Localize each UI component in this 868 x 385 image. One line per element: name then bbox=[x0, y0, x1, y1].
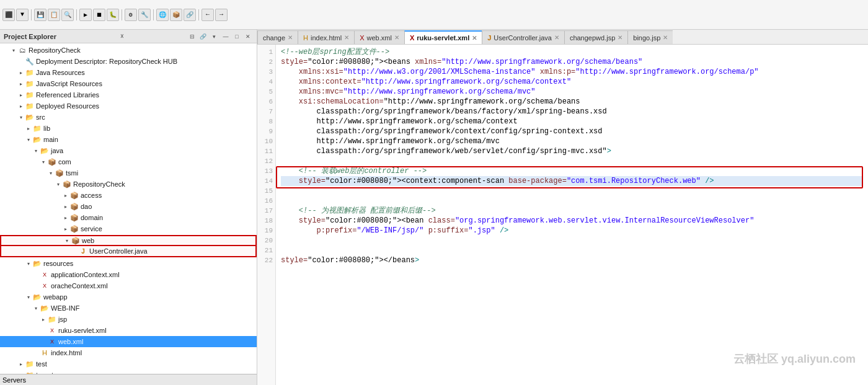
tree-item-java[interactable]: ▾ 📂 java bbox=[0, 145, 257, 156]
tree-item-indexhtml[interactable]: H index.html bbox=[0, 347, 257, 358]
tab-indexhtml[interactable]: H index.html ✕ bbox=[298, 30, 354, 44]
tree-item-web[interactable]: ▾ 📦 web bbox=[0, 235, 257, 246]
collapse-all-btn[interactable]: ⊟ bbox=[187, 32, 197, 42]
toolbar-btn-7[interactable]: ⏹ bbox=[93, 9, 105, 21]
folder-icon: 📂 bbox=[32, 292, 42, 302]
tree-arrow: ▾ bbox=[10, 46, 17, 54]
toolbar-btn-10[interactable]: 🔧 bbox=[138, 9, 151, 21]
folder-icon: 📁 bbox=[25, 79, 35, 89]
tab-label: ruku-servlet.xml bbox=[417, 34, 469, 42]
tab-close-btn[interactable]: ✕ bbox=[394, 34, 399, 41]
tree-item-tsmi[interactable]: ▾ 📦 tsmi bbox=[0, 167, 257, 179]
tree-item-deployment-desc[interactable]: 🔧 Deployment Descriptor: RepositoryCheck… bbox=[0, 56, 257, 67]
tab-close-btn[interactable]: ✕ bbox=[344, 34, 349, 41]
toolbar-btn-9[interactable]: ⚙ bbox=[125, 9, 137, 21]
tab-change[interactable]: change ✕ bbox=[257, 30, 298, 44]
tree-label: RepositoryCheck bbox=[29, 46, 81, 54]
tab-icon: J bbox=[487, 34, 491, 42]
tree-item-service[interactable]: ▸ 📦 service bbox=[0, 223, 257, 234]
tree-item-deployed-resources[interactable]: ▸ 📁 Deployed Resources bbox=[0, 100, 257, 112]
code-line-22: style="color:#008080;"></beans> bbox=[281, 255, 863, 265]
folder-icon: 📁 bbox=[25, 90, 35, 100]
tree-item-referenced-libraries[interactable]: ▸ 📁 Referenced Libraries bbox=[0, 89, 257, 100]
tab-label: changepwd.jsp bbox=[570, 34, 615, 42]
tree-item-appcontext[interactable]: X applicationContext.xml bbox=[0, 269, 257, 280]
line-numbers: 12345678910111213141516171819202122 bbox=[257, 45, 276, 385]
tree-arrow: ▾ bbox=[25, 293, 32, 301]
tree-item-webxml[interactable]: X web.xml bbox=[0, 336, 257, 347]
close-view-btn[interactable]: ✕ bbox=[243, 32, 253, 42]
tree-item-access[interactable]: ▸ 📦 access bbox=[0, 190, 257, 201]
tree-item-usercontroller[interactable]: J UserController.java bbox=[0, 246, 257, 257]
folder-icon: 📁 bbox=[32, 123, 42, 133]
tree-item-target[interactable]: ▸ 📁 target bbox=[0, 370, 257, 374]
tree-item-repositorycheck[interactable]: ▾ 🗂 RepositoryCheck bbox=[0, 45, 257, 56]
tree-item-domain[interactable]: ▸ 📦 domain bbox=[0, 212, 257, 223]
toolbar-btn-11[interactable]: 🌐 bbox=[156, 9, 169, 21]
editor-tab-bar: change ✕ H index.html ✕ X web.xml ✕ X ru… bbox=[257, 30, 868, 45]
toolbar-btn-12[interactable]: 📦 bbox=[170, 9, 182, 21]
tab-close-btn[interactable]: ✕ bbox=[554, 34, 559, 41]
tree-item-com[interactable]: ▾ 📦 com bbox=[0, 156, 257, 167]
tree-label: jsp bbox=[58, 316, 67, 323]
minimize-btn[interactable]: — bbox=[221, 32, 231, 42]
tab-label: UserController.java bbox=[494, 34, 552, 42]
code-line-13: <!-- 装载web层的controller --> bbox=[281, 166, 863, 176]
tree-item-ruku-servlet[interactable]: X ruku-servlet.xml bbox=[0, 325, 257, 336]
tree-item-test[interactable]: ▸ 📁 test bbox=[0, 358, 257, 370]
tree-item-lib[interactable]: ▸ 📁 lib bbox=[0, 123, 257, 134]
toolbar-btn-4[interactable]: 📋 bbox=[48, 9, 60, 21]
tab-changepwd-jsp[interactable]: changepwd.jsp ✕ bbox=[564, 30, 627, 44]
code-line-11: classpath:/org/springframework/web/servl… bbox=[281, 146, 863, 156]
tree-item-repositorycheck-pkg[interactable]: ▾ 📦 RepositoryCheck bbox=[0, 179, 257, 190]
package-icon: 📦 bbox=[69, 213, 79, 223]
tree-label: test bbox=[36, 360, 47, 368]
tree-item-main[interactable]: ▾ 📂 main bbox=[0, 134, 257, 145]
maximize-btn[interactable]: □ bbox=[232, 32, 242, 42]
tree-label: Deployed Resources bbox=[36, 102, 99, 110]
tree-item-js-resources[interactable]: ▸ 📁 JavaScript Resources bbox=[0, 78, 257, 89]
editor-panel: change ✕ H index.html ✕ X web.xml ✕ X ru… bbox=[257, 30, 868, 385]
tab-bingo-jsp[interactable]: bingo.jsp ✕ bbox=[627, 30, 673, 44]
tab-ruku-servlet-xml[interactable]: X ruku-servlet.xml ✕ bbox=[404, 30, 482, 44]
tree-item-webinf[interactable]: ▾ 📂 WEB-INF bbox=[0, 303, 257, 314]
toolbar-btn-13[interactable]: 🔗 bbox=[184, 9, 196, 21]
tree-label: Java Resources bbox=[36, 69, 85, 76]
toolbar-btn-8[interactable]: 🐛 bbox=[107, 9, 119, 21]
toolbar-btn-15[interactable]: → bbox=[215, 9, 228, 21]
toolbar-btn-6[interactable]: ▶ bbox=[79, 9, 92, 21]
toolbar-btn-3[interactable]: 💾 bbox=[34, 9, 46, 21]
code-content[interactable]: <!--web层spring配置文件-->style="color:#00808… bbox=[276, 45, 868, 385]
toolbar-btn-14[interactable]: ← bbox=[202, 9, 214, 21]
tree-label: oracheContext.xml bbox=[51, 282, 108, 290]
tree-item-dao[interactable]: ▸ 📦 dao bbox=[0, 201, 257, 212]
tab-close-btn[interactable]: ✕ bbox=[618, 34, 622, 41]
folder-icon: 📁 bbox=[47, 314, 57, 324]
tree-item-resources[interactable]: ▾ 📂 resources bbox=[0, 258, 257, 269]
toolbar-btn-2[interactable]: ▼ bbox=[16, 9, 29, 21]
tree-item-jsp[interactable]: ▸ 📁 jsp bbox=[0, 314, 257, 325]
package-icon: 📦 bbox=[69, 224, 79, 234]
link-with-editor-btn[interactable]: 🔗 bbox=[198, 32, 208, 42]
toolbar-sep-2 bbox=[76, 9, 77, 20]
toolbar-btn-5[interactable]: 🔍 bbox=[61, 9, 74, 21]
tree-label: applicationContext.xml bbox=[51, 271, 120, 278]
tab-usercontroller[interactable]: J UserController.java ✕ bbox=[482, 30, 564, 44]
tab-close-btn[interactable]: ✕ bbox=[472, 35, 477, 42]
tab-close-btn[interactable]: ✕ bbox=[663, 34, 668, 41]
tab-label: web.xml bbox=[367, 34, 392, 42]
tab-webxml[interactable]: X web.xml ✕ bbox=[354, 30, 404, 44]
toolbar-btn-1[interactable]: ⬛ bbox=[2, 9, 15, 21]
tree-arrow bbox=[32, 271, 40, 278]
tree-item-oraclecontext[interactable]: X oracheContext.xml bbox=[0, 280, 257, 291]
tree-arrow bbox=[71, 247, 78, 255]
code-line-17: <!-- 为视图解析器 配置前缀和后缀--> bbox=[281, 206, 863, 216]
tree-item-webapp[interactable]: ▾ 📂 webapp bbox=[0, 291, 257, 303]
tree-label: UserController.java bbox=[89, 247, 148, 255]
tree-item-java-resources[interactable]: ▸ 📁 Java Resources bbox=[0, 67, 257, 78]
view-menu-btn[interactable]: ▾ bbox=[210, 32, 219, 42]
servers-label: Servers bbox=[0, 374, 257, 385]
tab-close-btn[interactable]: ✕ bbox=[288, 34, 293, 41]
tree-item-src[interactable]: ▾ 📂 src bbox=[0, 112, 257, 123]
project-tree: ▾ 🗂 RepositoryCheck 🔧 Deployment Descrip… bbox=[0, 43, 257, 374]
